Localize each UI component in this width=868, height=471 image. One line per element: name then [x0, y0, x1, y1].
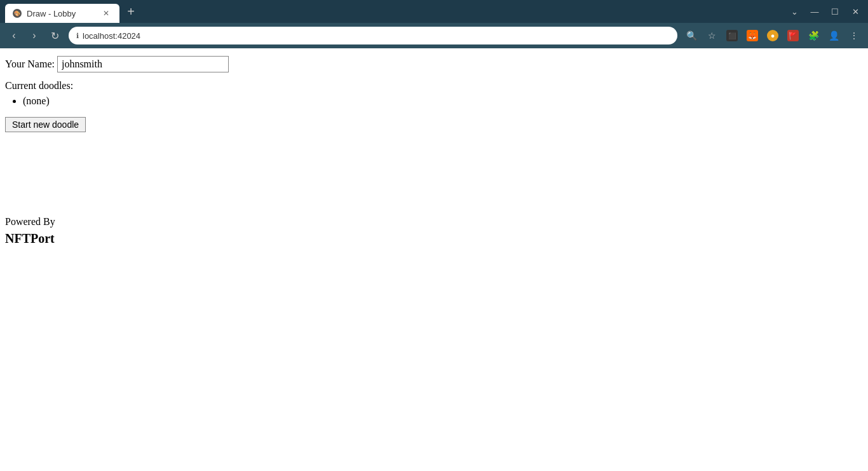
browser-chrome: 🎨 Draw - Lobby ✕ + ⌄ — ☐ ✕ ‹ › ↻ ℹ local… [0, 0, 868, 48]
new-tab-button[interactable]: + [122, 3, 140, 20]
maximize-button[interactable]: ☐ [827, 4, 843, 19]
more-options-button[interactable]: ⋮ [845, 27, 863, 44]
name-input[interactable] [57, 56, 229, 72]
nftport-label: NFTPort [5, 231, 863, 246]
search-button[interactable]: 🔍 [682, 27, 700, 44]
tab-favicon: 🎨 [13, 9, 22, 18]
ext-icon-1[interactable]: ⬛ [723, 27, 741, 44]
window-controls: ⌄ — ☐ ✕ [787, 4, 863, 19]
nav-bar-right: 🔍 ☆ ⬛ 🦊 ● 🚩 🧩 👤 ⋮ [682, 27, 863, 44]
powered-by-section: Powered By NFTPort [0, 216, 868, 246]
powered-by-label: Powered By [5, 216, 863, 228]
name-row: Your Name: [5, 56, 863, 72]
tab-list-button[interactable]: ⌄ [787, 4, 802, 19]
tab-title: Draw - Lobby [27, 9, 95, 18]
tab-close-button[interactable]: ✕ [100, 8, 112, 19]
url-text: localhost:42024 [83, 31, 670, 41]
current-doodles-label: Current doodles: [5, 80, 863, 92]
ext-icon-4[interactable]: 🚩 [784, 27, 802, 44]
nav-bar: ‹ › ↻ ℹ localhost:42024 🔍 ☆ ⬛ 🦊 ● 🚩 🧩 👤 [0, 23, 868, 48]
active-tab[interactable]: 🎨 Draw - Lobby ✕ [5, 4, 119, 23]
lock-icon: ℹ [76, 32, 79, 40]
list-item: (none) [23, 95, 863, 107]
bookmark-star-button[interactable]: ☆ [703, 27, 721, 44]
forward-button[interactable]: › [25, 27, 43, 44]
back-button[interactable]: ‹ [5, 27, 23, 44]
tab-bar: 🎨 Draw - Lobby ✕ + ⌄ — ☐ ✕ [0, 0, 868, 23]
profile-button[interactable]: 👤 [825, 27, 843, 44]
ext-icon-3[interactable]: ● [764, 27, 782, 44]
ext-icon-2[interactable]: 🦊 [743, 27, 761, 44]
page-content: Your Name: Current doodles: (none) Start… [0, 48, 868, 140]
refresh-button[interactable]: ↻ [46, 27, 64, 44]
name-label: Your Name: [5, 58, 55, 70]
start-new-doodle-button[interactable]: Start new doodle [5, 117, 86, 132]
extensions-button[interactable]: 🧩 [804, 27, 822, 44]
address-bar[interactable]: ℹ localhost:42024 [69, 27, 677, 44]
doodle-list: (none) [5, 95, 863, 107]
minimize-button[interactable]: — [807, 4, 822, 19]
close-button[interactable]: ✕ [848, 4, 863, 19]
